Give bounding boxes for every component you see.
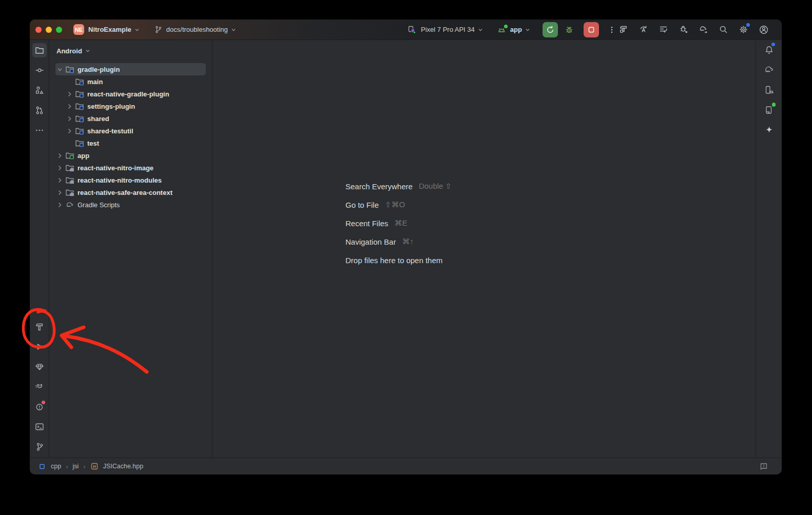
module-icon (38, 463, 46, 470)
tree-item-gradle-plugin[interactable]: gradle-plugin (49, 63, 212, 75)
tree-chevron-placeholder (65, 139, 74, 147)
tree-item-label: react-native-nitro-modules (78, 176, 162, 184)
rerun-button[interactable] (543, 22, 558, 37)
library-icon (65, 175, 74, 185)
gemini-tool-button[interactable] (762, 123, 776, 137)
tree-chevron-icon[interactable] (55, 65, 64, 73)
shortcut-hint-label: Recent Files (345, 219, 388, 228)
module-icon (75, 138, 84, 148)
tree-item-label: settings-plugin (87, 103, 135, 110)
device-manager-tool-button[interactable] (762, 83, 776, 97)
tree-item-test[interactable]: test (49, 137, 212, 149)
notifications-dot (771, 43, 775, 46)
settings-button[interactable] (737, 23, 750, 36)
gradle-sync-button[interactable] (697, 23, 710, 36)
gem-icon (34, 362, 45, 372)
tree-chevron-icon[interactable] (65, 90, 74, 98)
build-project-button[interactable] (616, 23, 630, 36)
run-triangle-icon (34, 342, 45, 352)
logcat-tool-button[interactable] (32, 380, 47, 394)
run-configuration-selector[interactable]: app (496, 25, 531, 35)
breadcrumb-separator: › (66, 463, 68, 470)
commit-tool-button[interactable] (32, 63, 47, 77)
breadcrumb-item[interactable]: jsi (73, 463, 79, 470)
run-controls: Pixel 7 Pro API 34 app (407, 19, 619, 39)
tree-item-react-native-gradle-plugin[interactable]: react-native-gradle-plugin (49, 88, 212, 100)
pull-requests-tool-button[interactable] (32, 103, 47, 117)
project-selector[interactable]: NitroExample (84, 26, 141, 33)
tree-chevron-icon[interactable] (55, 164, 64, 172)
status-bar: cpp › jsi › H JSICache.hpp (30, 458, 782, 474)
commit-icon (34, 65, 45, 75)
project-tool-button[interactable] (32, 43, 47, 57)
more-tool-windows-button[interactable] (32, 123, 47, 137)
tree-item-react-native-nitro-image[interactable]: react-native-nitro-image (49, 162, 212, 174)
gradle-elephant-icon (763, 64, 775, 75)
apply-code-changes-button[interactable] (656, 23, 670, 36)
stop-button[interactable] (584, 22, 599, 37)
tree-chevron-icon[interactable] (65, 127, 74, 135)
git-branch-icon (154, 25, 163, 34)
close-window-button[interactable] (35, 27, 42, 33)
module-icon (65, 65, 74, 74)
tree-chevron-icon[interactable] (55, 151, 64, 160)
attach-debugger-button[interactable] (676, 23, 690, 36)
project-view-selector[interactable]: Android (49, 44, 212, 57)
tree-item-shared[interactable]: shared (49, 112, 212, 125)
tree-item-label: shared (87, 115, 109, 123)
shortcut-hint-label: Drop files here to open them (345, 256, 442, 265)
apply-code-changes-icon (658, 24, 669, 35)
virtual-device-icon (407, 25, 417, 34)
structure-tool-button[interactable] (32, 83, 47, 97)
tree-item-app[interactable]: app (49, 149, 212, 162)
version-control-tool-button[interactable] (32, 440, 47, 454)
build-hammer-icon (34, 322, 45, 332)
tree-chevron-icon[interactable] (55, 176, 64, 184)
settings-notification-dot (746, 23, 750, 27)
tree-item-shared-testutil[interactable]: shared-testutil (49, 125, 212, 137)
module-app-icon (65, 151, 74, 160)
notifications-tool-button[interactable] (762, 43, 776, 57)
tree-item-react-native-nitro-modules[interactable]: react-native-nitro-modules (49, 174, 212, 186)
tree-item-react-native-safe-area-context[interactable]: react-native-safe-area-context (49, 186, 212, 199)
tree-chevron-icon[interactable] (65, 114, 74, 123)
chevron-down-icon (133, 26, 141, 33)
zoom-window-button[interactable] (56, 27, 62, 33)
apply-changes-button[interactable] (636, 23, 650, 36)
tree-item-label: react-native-gradle-plugin (87, 90, 169, 98)
minimize-window-button[interactable] (46, 27, 52, 33)
problems-tool-button[interactable] (32, 400, 47, 414)
app-quality-insights-tool-button[interactable] (32, 360, 47, 374)
shortcut-hint-row: Recent Files⌘E (345, 217, 452, 229)
branch-selector[interactable]: docs/troubleshooting (154, 25, 237, 34)
tree-chevron-icon[interactable] (55, 201, 64, 209)
tree-chevron-icon[interactable] (65, 102, 74, 110)
tree-item-label: main (87, 78, 103, 86)
build-tool-button[interactable] (32, 320, 47, 334)
chevron-down-icon (84, 47, 91, 54)
run-tool-button[interactable] (32, 340, 47, 354)
sparkle-icon (764, 125, 775, 135)
running-devices-tool-button[interactable] (762, 103, 776, 117)
event-log-button[interactable] (759, 462, 768, 471)
tree-item-gradle-scripts[interactable]: Gradle Scripts (49, 199, 212, 211)
tree-chevron-icon[interactable] (55, 188, 64, 196)
breadcrumb-item[interactable]: cpp (51, 463, 61, 470)
account-button[interactable] (757, 23, 770, 36)
main-area: Android gradle-pluginmainreact-native-gr… (30, 40, 782, 458)
debug-button[interactable] (563, 23, 576, 36)
device-selector[interactable]: Pixel 7 Pro API 34 (407, 25, 484, 34)
run-config-name: app (510, 26, 522, 33)
search-everywhere-button[interactable] (717, 23, 730, 36)
breadcrumb-item[interactable]: JSICache.hpp (103, 463, 144, 470)
window-controls (30, 27, 62, 33)
problems-error-dot (42, 401, 45, 404)
tree-item-main[interactable]: main (49, 75, 212, 88)
header-file-icon: H (90, 462, 99, 470)
shortcut-hint-keys: ⇧⌘O (385, 200, 405, 209)
tree-item-settings-plugin[interactable]: settings-plugin (49, 100, 212, 112)
terminal-tool-button[interactable] (32, 420, 47, 434)
svg-text:H: H (93, 464, 96, 469)
gradle-tool-button[interactable] (762, 63, 776, 77)
android-studio-window: NE NitroExample docs/troubleshooting Pix… (30, 19, 782, 474)
